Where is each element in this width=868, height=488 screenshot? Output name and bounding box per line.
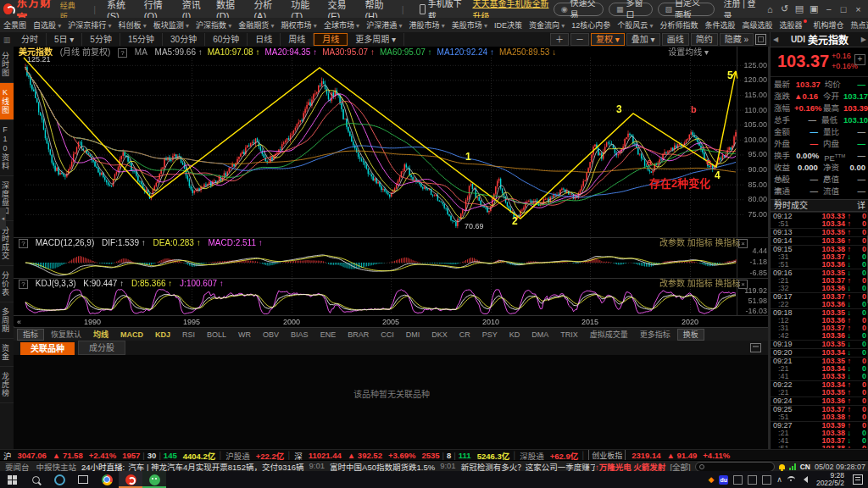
kdj-close-icon[interactable]: × <box>738 279 753 289</box>
news-item[interactable]: 富时中国A50指数期货跌1.5% <box>330 461 435 473</box>
hot-stock-label[interactable]: ↑万隆光电 火箭发射 <box>595 461 665 473</box>
indicator-tab-MACD[interactable]: MACD <box>115 330 148 339</box>
tab-关联品种[interactable]: 关联品种 <box>20 342 75 355</box>
nav-沪深京排行[interactable]: 沪深京排行 ▾ <box>68 19 111 30</box>
nav-高级选股[interactable]: 高级选股 <box>743 19 773 30</box>
nav-科创板[interactable]: 科创板 ▾ <box>119 19 147 30</box>
kdj-pane-tools[interactable]: 改参数 加指标 换指标 <box>659 279 741 289</box>
indicator-tab-恢复默认[interactable]: 恢复默认 <box>46 329 86 340</box>
indicator-tab-RSI[interactable]: RSI <box>177 330 200 339</box>
close-button[interactable]: × <box>854 4 863 14</box>
nav-12核心内参[interactable]: 12核心内参 <box>571 19 610 30</box>
indicator-tab-DMI[interactable]: DMI <box>401 330 426 339</box>
start-button[interactable] <box>0 471 24 488</box>
network-icon[interactable] <box>787 476 795 483</box>
tool-画线[interactable]: 画线 <box>662 33 689 46</box>
period-更多周期[interactable]: 更多周期 ▾ <box>348 33 404 46</box>
indicator-tab-KDJ[interactable]: KDJ <box>150 330 175 339</box>
nav-美股市场[interactable]: 美股市场 ▾ <box>452 19 487 30</box>
news-item[interactable]: 新冠检测有多火？这家公司一季度赚了143亿！是过去十年利润总和的15倍 <box>461 461 595 473</box>
period-5日[interactable]: 5日 ▾ <box>47 33 82 46</box>
period-60分钟[interactable]: 60分钟 <box>205 33 248 46</box>
tool-叠加[interactable]: 叠加 ▾ <box>626 33 660 46</box>
indicator-tab-ENE[interactable]: ENE <box>315 330 342 339</box>
indicator-tab-CCI[interactable]: CCI <box>376 330 399 339</box>
action-center-icon[interactable] <box>853 474 863 485</box>
tray-icon[interactable] <box>762 475 771 485</box>
sidebar-资金[interactable]: 资金 <box>0 339 14 367</box>
indicator-tab-BRAR[interactable]: BRAR <box>342 330 374 339</box>
sidebar-龙虎榜[interactable]: 龙虎榜 <box>0 367 14 403</box>
sidebar-分时图[interactable]: 分时图 <box>0 47 14 83</box>
nav-资金流向[interactable]: 资金流向 ▾ <box>529 19 565 30</box>
nav-板块监测[interactable]: 板块监测 ▾ <box>153 19 189 30</box>
taskbar-search-icon[interactable] <box>24 471 47 488</box>
tool-－[interactable]: － <box>570 33 589 46</box>
tray-expand-icon[interactable]: ∧ <box>776 475 782 484</box>
nav-机构增仓[interactable]: 机构增仓 <box>814 19 844 30</box>
indicator-tab-BOLL[interactable]: BOLL <box>202 330 231 339</box>
indicator-tab-CR[interactable]: CR <box>454 330 476 339</box>
next-symbol-button[interactable]: ▶ <box>861 36 866 43</box>
help-icon[interactable]: ? <box>19 280 28 289</box>
indicator-tab-DKX[interactable]: DKX <box>426 330 453 339</box>
pill-2[interactable]: ▧自定义面板 <box>658 3 715 16</box>
tray-pointer-icon[interactable]: ◆ <box>708 475 714 484</box>
live-label[interactable]: 24小时直播: <box>81 461 125 473</box>
ticker-channel-2[interactable]: 中报快主站 <box>36 461 77 473</box>
chrome-icon[interactable] <box>95 471 119 488</box>
indicator-tab-WR[interactable]: WR <box>233 330 256 339</box>
indicator-tab-换板[interactable]: 换板 <box>677 329 704 341</box>
eastmoney-app-icon[interactable] <box>119 471 142 488</box>
tool-＋[interactable]: ＋ <box>550 33 569 46</box>
task-view-icon[interactable] <box>71 471 95 488</box>
period-15分钟[interactable]: 15分钟 <box>120 33 163 46</box>
nav-条件选股[interactable]: 条件选股 <box>705 19 736 30</box>
indicator-tab-DMA[interactable]: DMA <box>526 330 554 339</box>
indicator-tab-均线[interactable]: 均线 <box>88 329 114 340</box>
nav-个股风云[interactable]: 个股风云 ▾ <box>617 19 653 30</box>
nav-全球市场[interactable]: 全球市场 ▾ <box>324 19 359 30</box>
help-icon[interactable]: ? <box>118 48 127 58</box>
pill-0[interactable]: ◉快速交易 <box>554 3 604 16</box>
maximize-button[interactable]: □ <box>838 4 848 14</box>
ticker-channel-1[interactable]: 要闻台 <box>5 461 30 473</box>
search-input[interactable] <box>695 462 775 472</box>
wechat-icon[interactable] <box>142 471 166 488</box>
tab-成分股[interactable]: 成分股 <box>78 341 125 355</box>
news-item[interactable]: 9:01 <box>309 461 326 473</box>
help-icon[interactable]: ? <box>19 239 28 248</box>
nav-分析师指数[interactable]: 分析师指数 <box>660 19 698 30</box>
tool-隐藏 »[interactable]: 隐藏 » <box>720 33 754 46</box>
taskbar-clock[interactable]: 9:28 2022/5/2 <box>816 472 844 487</box>
minimize-button[interactable]: − <box>824 4 833 14</box>
news-item[interactable]: 汽车 | 神龙汽车4月实现开票8152辆，交付9316辆 <box>128 461 303 473</box>
period-分时[interactable]: 分时 <box>14 33 47 46</box>
tray-icon[interactable] <box>748 475 757 485</box>
nav-选股器[interactable]: 选股器 <box>780 19 807 30</box>
chart-symbol[interactable]: 美元指数 <box>19 47 53 57</box>
period-30分钟[interactable]: 30分钟 <box>163 33 205 46</box>
period-日线[interactable]: 日线 <box>248 33 281 46</box>
nav-自选股[interactable]: 自选股 ▾ <box>33 19 61 30</box>
period-周线[interactable]: 周线 <box>281 33 314 46</box>
indicator-tab-OBV[interactable]: OBV <box>258 330 284 339</box>
home-icon[interactable]: ⌂ <box>765 4 775 14</box>
skin-icon[interactable]: ▤ <box>794 3 804 14</box>
nav-港股市场[interactable]: 港股市场 ▾ <box>409 19 444 30</box>
indicator-tab-更多指标[interactable]: 更多指标 <box>635 329 676 340</box>
indicator-tab-TRIX[interactable]: TRIX <box>555 330 583 339</box>
nav-期权市场[interactable]: 期权市场 ▾ <box>281 19 317 30</box>
layout-icon[interactable]: ▣ <box>810 3 819 14</box>
cortana-icon[interactable] <box>47 471 71 488</box>
nav-沪深港通[interactable]: 沪深港通 ▾ <box>366 19 402 30</box>
ticks-detail-link[interactable]: 详 <box>857 200 865 211</box>
news-items[interactable]: 汽车 | 神龙汽车4月实现开票8152辆，交付9316辆9:01富时中国A50指… <box>128 461 595 473</box>
nav-热点追击[interactable]: 热点追击 <box>851 19 868 30</box>
nav-IDE决策[interactable]: IDE决策 <box>494 19 522 30</box>
sidebar-K线图[interactable]: K线图 <box>0 83 14 120</box>
sidebar-collapse-handle[interactable]: ◂ <box>0 208 6 230</box>
period-5分钟[interactable]: 5分钟 <box>82 33 120 46</box>
sidebar-多周期[interactable]: 多周期 <box>0 302 14 339</box>
add-to-watchlist-button[interactable]: + <box>854 54 865 65</box>
